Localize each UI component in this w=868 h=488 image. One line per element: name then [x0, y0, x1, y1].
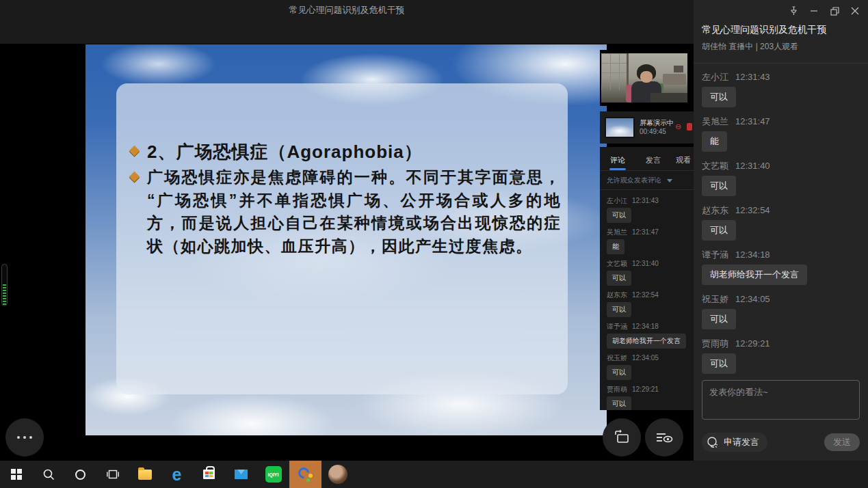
panel-tabs: 评论 发言 观看 · 2	[600, 151, 694, 169]
sender-name: 贾雨萌	[702, 338, 728, 349]
task-view-icon	[107, 469, 119, 480]
caret-down-icon	[667, 179, 672, 182]
pin-icon[interactable]	[786, 4, 801, 18]
speaker-person-icon	[706, 435, 720, 449]
taskbar: e iQIYI 拼 +	[0, 461, 868, 488]
switch-screen-button[interactable]	[603, 418, 641, 457]
stream-title: 常见心理问题识别及危机干预	[702, 24, 826, 36]
audio-level-fill	[3, 284, 6, 305]
screen-switch-icon	[613, 429, 631, 446]
panel-message-list[interactable]: 左小江12:31:43 可以 吴旭兰12:31:47 能 文艺颖12:31:40…	[607, 196, 694, 410]
sender-name: 吴旭兰	[702, 116, 728, 126]
chat-message: 祝玉娇12:34:05 可以	[607, 353, 694, 380]
message-bubble: 胡老师给我开一个发言	[607, 334, 686, 349]
divider	[600, 189, 694, 190]
top-bar: 常见心理问题识别及危机干预	[0, 0, 694, 44]
stream-subtitle: 胡佳怡 直播中 | 203人观看	[702, 41, 798, 53]
restore-icon[interactable]	[827, 4, 842, 18]
screen-demo-label: 屏幕演示中	[640, 118, 674, 128]
message-bubble: 可以	[607, 365, 631, 380]
chat-message-list[interactable]: 左小江12:31:43 可以 吴旭兰12:31:47 能 文艺颖12:31:40…	[702, 71, 860, 377]
presenter-face	[640, 71, 653, 83]
message-bubble: 能	[702, 131, 727, 152]
presentation-slide: 2、广场恐惧症（Agoraphobia） 广场恐惧症亦是焦虑障碍的一种。不同于其…	[86, 44, 607, 435]
chat-message: 左小江12:31:43 可以	[607, 196, 694, 223]
message-time: 12:34:05	[735, 294, 770, 304]
cortana-icon	[75, 470, 86, 480]
message-time: 12:32:54	[735, 205, 770, 215]
store-button[interactable]	[193, 461, 225, 488]
chat-message: 谭予涵12:34:18 胡老师给我开一个发言	[702, 249, 860, 285]
comment-input[interactable]	[702, 380, 860, 420]
user-app-button[interactable]	[321, 461, 354, 488]
iqiyi-button[interactable]: iQIYI	[257, 461, 289, 488]
classroom-app-icon	[298, 466, 314, 483]
message-bubble: 可以	[702, 176, 736, 196]
message-time: 12:29:21	[735, 338, 770, 349]
webcam-thumbnail[interactable]	[600, 50, 694, 106]
iqiyi-icon: iQIYI	[265, 466, 282, 483]
comments-panel: 评论 发言 观看 · 2 允许观众发表评论 左小江12:31:43 可以 吴旭兰…	[600, 147, 694, 410]
slide-heading: 2、广场恐惧症（Agoraphobia）	[147, 140, 557, 164]
cortana-button[interactable]	[64, 461, 96, 488]
chat-message: 祝玉娇12:34:05 可以	[702, 293, 860, 329]
allow-comments-dropdown[interactable]: 允许观众发表评论	[607, 176, 672, 185]
mail-envelope-icon	[235, 470, 248, 479]
search-button[interactable]	[32, 461, 64, 488]
chat-message: 贾雨萌12:29:21 可以	[607, 385, 694, 410]
chat-message: 谭予涵12:34:18 胡老师给我开一个发言	[607, 322, 694, 349]
chat-message: 贾雨萌12:29:21 可以	[702, 338, 860, 374]
tab-comments[interactable]: 评论	[600, 151, 635, 169]
request-speak-button[interactable]: 申请发言	[702, 433, 767, 452]
stop-share-icon[interactable]: ⊖	[675, 123, 684, 131]
mail-button[interactable]	[225, 461, 257, 488]
minimize-icon[interactable]	[806, 4, 821, 18]
desk-item	[674, 66, 683, 72]
more-options-button[interactable]	[5, 418, 44, 457]
window-title: 常见心理问题识别及危机干预	[0, 4, 694, 16]
message-time: 12:31:47	[735, 116, 770, 126]
ellipsis-icon	[17, 436, 32, 439]
avatar	[328, 465, 347, 484]
divider	[694, 63, 868, 64]
send-button[interactable]: 发送	[824, 433, 860, 451]
sender-name: 文艺颖	[607, 260, 627, 267]
task-view-button[interactable]	[96, 461, 129, 488]
message-bubble: 可以	[702, 87, 736, 107]
start-button[interactable]	[0, 461, 32, 488]
sender-name: 谭予涵	[702, 249, 728, 260]
message-time: 12:34:05	[632, 354, 659, 362]
chat-message: 左小江12:31:43 可以	[702, 71, 860, 107]
message-bubble: 可以	[702, 353, 736, 374]
message-time: 12:31:40	[632, 260, 659, 267]
screen-demo-thumbnail[interactable]	[605, 117, 635, 138]
message-time: 12:29:21	[632, 385, 659, 393]
room-window	[601, 53, 629, 90]
slide-paragraph: 广场恐惧症亦是焦虑障碍的一种。不同于其字面意思，“广场恐惧”并不单指恐惧广场、公…	[147, 166, 561, 258]
close-icon[interactable]	[847, 4, 863, 18]
folder-icon	[138, 470, 152, 480]
sender-name: 祝玉娇	[607, 354, 627, 362]
sender-name: 文艺颖	[702, 161, 728, 171]
edge-button[interactable]: e	[161, 461, 193, 488]
message-bubble: 可以	[607, 302, 631, 317]
message-bubble: 可以	[607, 396, 631, 410]
sender-name: 吴旭兰	[607, 228, 627, 236]
tab-speak[interactable]: 发言	[635, 151, 671, 169]
message-time: 12:34:18	[632, 323, 659, 330]
sender-name: 左小江	[702, 72, 728, 82]
tab-viewers[interactable]: 观看 · 2	[671, 151, 694, 169]
message-bubble: 可以	[607, 208, 631, 223]
chat-message: 赵东东12:32:54 可以	[607, 290, 694, 317]
message-bubble: 能	[607, 239, 624, 254]
divider	[600, 170, 694, 171]
search-icon	[42, 468, 55, 480]
file-explorer-button[interactable]	[129, 461, 161, 488]
allow-comments-label: 允许观众发表评论	[607, 176, 661, 184]
viewer-list-button[interactable]	[645, 418, 683, 457]
message-time: 12:34:18	[735, 249, 770, 260]
classroom-app-button[interactable]	[289, 461, 321, 488]
record-icon[interactable]	[687, 123, 692, 131]
chat-message: 吴旭兰12:31:47 能	[607, 228, 694, 254]
store-bag-icon	[203, 470, 215, 479]
